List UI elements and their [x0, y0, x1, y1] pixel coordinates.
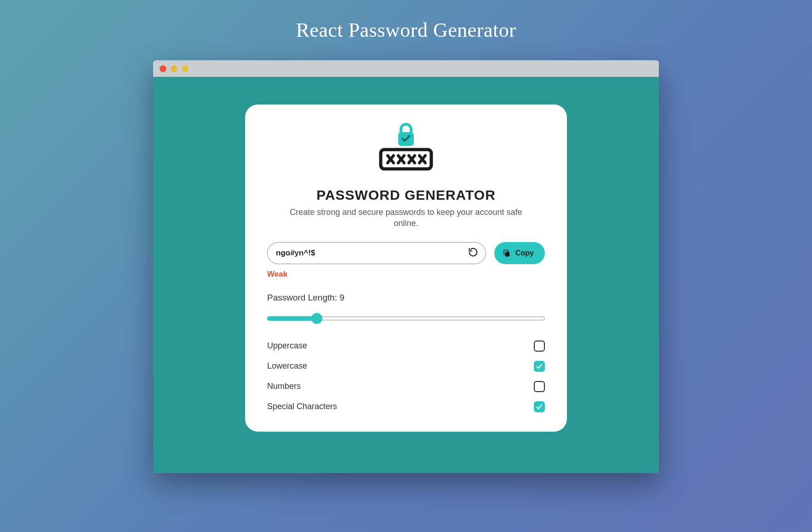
length-label: Password Length: 9: [267, 293, 344, 303]
copy-button-label: Copy: [515, 249, 534, 257]
refresh-icon: [468, 247, 478, 259]
checkbox-uppercase[interactable]: [534, 341, 545, 352]
password-row: Copy: [267, 242, 545, 264]
slider-thumb[interactable]: [311, 313, 322, 324]
app-window: PASSWORD GENERATOR Create strong and sec…: [153, 60, 659, 473]
option-label-lowercase: Lowercase: [267, 361, 307, 371]
option-row-special: Special Characters: [267, 401, 545, 412]
strength-indicator: Weak: [267, 270, 287, 279]
option-label-numbers: Numbers: [267, 382, 301, 391]
password-output[interactable]: [276, 249, 467, 258]
checkbox-numbers[interactable]: [534, 381, 545, 392]
app-body: PASSWORD GENERATOR Create strong and sec…: [153, 77, 659, 473]
checkbox-special[interactable]: [534, 401, 545, 412]
password-lock-icon: [372, 122, 440, 179]
option-row-uppercase: Uppercase: [267, 341, 545, 352]
window-title-bar: [153, 60, 659, 77]
options-list: UppercaseLowercaseNumbersSpecial Charact…: [267, 341, 545, 412]
page-title: React Password Generator: [296, 18, 516, 42]
checkbox-lowercase[interactable]: [534, 361, 545, 372]
window-maximize-button[interactable]: [182, 65, 189, 72]
window-minimize-button[interactable]: [171, 65, 177, 72]
window-close-button[interactable]: [160, 65, 166, 72]
length-value: 9: [339, 293, 344, 302]
card-subtitle: Create strong and secure passwords to ke…: [286, 207, 526, 229]
copy-icon: [503, 249, 511, 257]
svg-rect-10: [505, 252, 509, 257]
slider-fill: [267, 316, 317, 321]
card-heading: PASSWORD GENERATOR: [316, 187, 496, 203]
option-label-special: Special Characters: [267, 402, 337, 411]
length-slider[interactable]: [267, 313, 545, 324]
regenerate-button[interactable]: [467, 247, 479, 259]
option-label-uppercase: Uppercase: [267, 341, 307, 351]
option-row-lowercase: Lowercase: [267, 361, 545, 372]
password-generator-card: PASSWORD GENERATOR Create strong and sec…: [245, 104, 567, 432]
password-field: [267, 242, 486, 264]
option-row-numbers: Numbers: [267, 381, 545, 392]
copy-button[interactable]: Copy: [494, 242, 545, 264]
